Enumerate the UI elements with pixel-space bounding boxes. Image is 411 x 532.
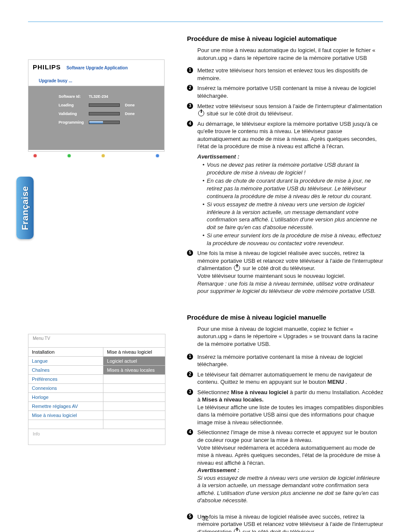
menu-item: Langue (28, 357, 103, 365)
software-id-value: TL32E-234 (89, 94, 119, 99)
warning-list: Vous ne devez pas retirer la mémoire por… (197, 161, 383, 247)
step-text: Sélectionnez (197, 389, 231, 395)
step-note: Remarque : une fois la mise à niveau ter… (197, 280, 376, 295)
bold: Mise à niveau logiciel (231, 389, 288, 395)
power-icon (234, 529, 240, 532)
section2-title: Procédure de mise à niveau logiciel manu… (187, 313, 383, 322)
section1-title: Procédure de mise à niveau logiciel auto… (187, 34, 383, 43)
step: Au démarrage, le téléviseur explore la m… (187, 120, 383, 247)
menu-item (103, 393, 165, 401)
step: Une fois la mise à niveau de logiciel ré… (187, 249, 383, 295)
philips-logo: PHILIPS (33, 63, 61, 71)
section1-intro: Pour une mise à niveau automatique du lo… (197, 47, 383, 62)
upgrade-title: Software Upgrade Application (66, 65, 128, 70)
step-text: Mettez votre téléviseur sous tension à l… (197, 103, 382, 109)
warning-item: Si vous essayez de mettre à niveau vers … (202, 201, 383, 231)
menu-item (28, 420, 103, 429)
step: Mettez votre téléviseur sous tension à l… (187, 103, 383, 118)
step-text: sur le côté droit du téléviseur. (243, 529, 315, 532)
menu-keyword: MENU (327, 379, 344, 385)
step: Sélectionnez Mise à niveau logiciel à pa… (187, 389, 383, 426)
menu-item: Chaînes (28, 366, 103, 374)
section1-steps: Mettez votre téléviseur hors tension et … (187, 67, 383, 295)
menu-left-heading: Installation (28, 348, 103, 356)
section2-steps: Insérez la mémoire portative contenant l… (187, 353, 383, 532)
loading-done: Done (125, 103, 138, 107)
step: Insérez la mémoire portative contenant l… (187, 353, 383, 368)
software-id-label: Software Id: (59, 94, 89, 99)
menu-item (103, 420, 165, 429)
menu-item: Préférences (28, 375, 103, 383)
menu-item: Mises à niveau locales (103, 366, 165, 374)
validating-done: Done (125, 112, 138, 116)
language-tab: Française (16, 177, 34, 239)
top-rule (28, 22, 383, 22)
step-text: Au démarrage, le téléviseur explore la m… (197, 121, 378, 150)
menu-footer: Info (28, 429, 165, 445)
step-text: sur le côté droit du téléviseur. (243, 265, 315, 271)
validating-bar (89, 112, 120, 115)
bold: Mises à niveau locales. (202, 396, 264, 403)
led-green (68, 154, 71, 157)
programming-bar (89, 121, 120, 124)
tv-menu-figure: Menu TV Installation Mise à niveau logic… (28, 334, 165, 445)
text-column: Procédure de mise à niveau logiciel auto… (187, 34, 383, 532)
warning-item: En cas de chute de courant durant la pro… (202, 177, 383, 200)
step: Insérez la mémoire portative USB contena… (187, 84, 383, 100)
step-text: Sélectionnez l'image de mise à niveau co… (197, 429, 377, 443)
warning-item: Si une erreur survient lors de la procéd… (202, 232, 383, 247)
loading-label: Loading (59, 103, 89, 107)
upgrade-app-figure: PHILIPS Software Upgrade Application Upg… (28, 59, 165, 152)
step-text: Votre téléviseur redémarrera et accédera… (197, 445, 380, 466)
step-text: Votre téléviseur tourne maintenant sous … (197, 273, 345, 279)
step-text: . (346, 379, 347, 385)
page-number: 32 (0, 515, 411, 522)
led-red (34, 154, 37, 157)
menu-item: Mise à niveau logiciel (28, 411, 103, 420)
step: Sélectionnez l'image de mise à niveau co… (187, 429, 383, 504)
led-row (28, 150, 164, 161)
menu-item: Logiciel actuel (103, 357, 165, 365)
power-icon (198, 110, 204, 116)
programming-label: Programming (59, 120, 89, 124)
menu-item (103, 402, 165, 411)
step-text: Le téléviseur affiche une liste de toute… (197, 404, 383, 426)
menu-item (103, 411, 165, 420)
loading-bar (89, 103, 120, 107)
warning-head: Avertissement : (197, 153, 383, 161)
language-label: Française (20, 186, 30, 230)
upgrade-body: Software Id: TL32E-234 Loading Done Vali… (28, 86, 164, 150)
menu-item (103, 375, 165, 383)
led-blue (156, 154, 159, 157)
menu-right-heading: Mise à niveau logiciel (103, 348, 165, 356)
power-icon (234, 265, 240, 271)
step: Mettez votre téléviseur hors tension et … (187, 67, 383, 82)
validating-label: Validating (59, 112, 89, 116)
upgrade-header: PHILIPS Software Upgrade Application Upg… (28, 60, 164, 86)
warning-text: Si vous essayez de mettre à niveau vers … (197, 475, 380, 504)
menu-item: Remettre réglages AV (28, 402, 103, 411)
upgrade-status: Upgrade busy ... (39, 78, 72, 83)
section2-intro: Pour une mise à niveau de logiciel manue… (197, 325, 383, 348)
menu-header: Menu TV (28, 334, 165, 347)
step: Le téléviseur fait démarrer automatiquem… (187, 371, 383, 386)
led-yellow (102, 154, 105, 157)
step-text: situé sur le côté droit du téléviseur. (207, 110, 293, 117)
warning-head: Avertissement : (197, 467, 240, 473)
menu-item: Horloge (28, 393, 103, 401)
menu-item: Connexions (28, 384, 103, 392)
warning-item: Vous ne devez pas retirer la mémoire por… (202, 161, 383, 176)
menu-item (103, 384, 165, 392)
